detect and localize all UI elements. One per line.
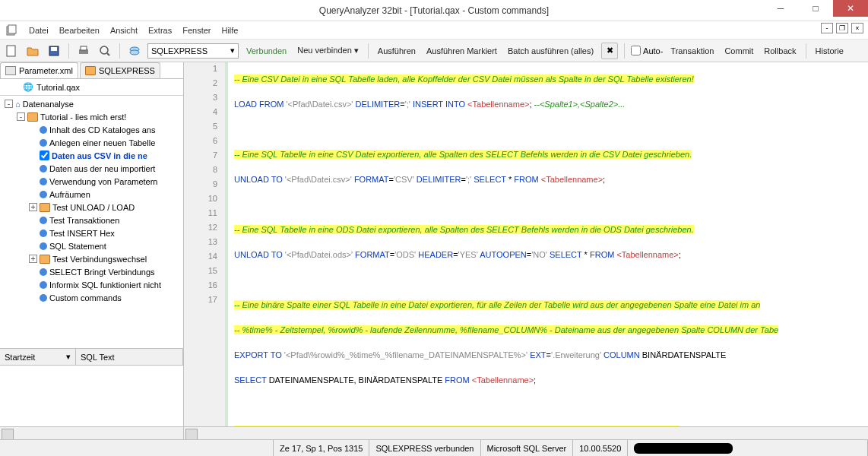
app-icon xyxy=(5,24,18,37)
tree-item[interactable]: SELECT Bringt Verbindungs xyxy=(49,268,155,277)
tree-checkbox[interactable] xyxy=(40,150,49,160)
title-bar: QueryAnalyzer 32bit - [Tutorial.qax - Cu… xyxy=(0,0,868,21)
svg-rect-6 xyxy=(81,46,87,50)
svg-point-7 xyxy=(100,46,108,54)
svg-line-8 xyxy=(107,53,109,55)
tree-item[interactable]: Test Transaktionen xyxy=(49,216,119,225)
bulb-icon xyxy=(40,165,47,173)
refresh-button[interactable] xyxy=(126,43,143,59)
auto-checkbox[interactable]: Auto- xyxy=(631,46,663,55)
collapse-icon[interactable]: - xyxy=(17,112,25,121)
file-bar: 🌐Tutorial.qax xyxy=(0,79,183,96)
history-panel: Startzeit▾ SQL Text xyxy=(0,348,183,439)
folder-icon xyxy=(27,112,38,122)
mdi-minimize[interactable]: - xyxy=(821,23,833,33)
redacted-info xyxy=(634,443,733,454)
minimize-button[interactable]: ─ xyxy=(763,0,798,17)
open-button[interactable] xyxy=(24,43,41,59)
toolbar: SQLEXPRESS▾ Verbunden Neu verbinden ▾ Au… xyxy=(0,40,868,62)
tree-item[interactable]: Test Verbindungswechsel xyxy=(52,255,147,264)
bulb-icon xyxy=(40,230,47,237)
chevron-down-icon: ▾ xyxy=(230,46,235,55)
status-pos: Ze 17, Sp 1, Pos 1315 xyxy=(274,440,369,456)
menu-bar: Datei Bearbeiten Ansicht Extras Fenster … xyxy=(0,21,868,40)
menu-bearbeiten[interactable]: Bearbeiten xyxy=(59,26,100,35)
tree[interactable]: -⌂Datenanalyse -Tutorial - lies mich ers… xyxy=(0,96,183,348)
bulb-icon xyxy=(40,139,47,147)
svg-rect-2 xyxy=(7,46,15,56)
save-button[interactable] xyxy=(46,43,62,59)
expand-icon[interactable]: + xyxy=(29,203,37,211)
tree-item[interactable]: Verwendung von Parametern xyxy=(49,177,157,186)
ausfuehren-markiert-button[interactable]: Ausführen Markiert xyxy=(423,46,500,55)
tree-item[interactable]: Test INSERT Hex xyxy=(49,229,115,238)
status-verbunden: Verbunden xyxy=(243,46,290,55)
tree-item[interactable]: Custom commands xyxy=(49,293,122,302)
bulb-icon xyxy=(40,178,47,185)
historie-button[interactable]: Historie xyxy=(813,46,847,55)
tree-root[interactable]: Datenanalyse xyxy=(23,100,74,109)
ausfuehren-button[interactable]: Ausführen xyxy=(375,46,419,55)
tree-item[interactable]: SQL Statement xyxy=(49,242,106,251)
maximize-button[interactable]: □ xyxy=(798,0,833,17)
status-version: 10.00.5520 xyxy=(573,440,628,456)
bulb-icon xyxy=(40,242,47,250)
code-area[interactable]: -- Eine CSV Datei in eine SQL Tabelle la… xyxy=(228,62,868,426)
sidebar: Parameter.xml SQLEXPRESS 🌐Tutorial.qax -… xyxy=(0,62,184,439)
bulb-icon xyxy=(40,268,47,276)
tree-item[interactable]: Informix SQL funktioniert nicht xyxy=(49,280,161,290)
folder-icon xyxy=(40,255,50,264)
menu-hilfe[interactable]: Hilfe xyxy=(221,26,238,35)
mdi-restore[interactable]: ❐ xyxy=(836,23,848,33)
tab-sqlexpress[interactable]: SQLEXPRESS xyxy=(80,62,160,78)
chevron-down-icon: ▾ xyxy=(66,352,71,362)
menu-extras[interactable]: Extras xyxy=(148,26,172,35)
mdi-close[interactable]: × xyxy=(851,23,863,33)
collapse-icon[interactable]: - xyxy=(5,100,13,108)
folder-icon xyxy=(40,203,50,212)
file-name: Tutorial.qax xyxy=(36,83,80,92)
print-button[interactable] xyxy=(75,43,92,59)
tree-item[interactable]: Inhalt des CD Kataloges ans xyxy=(49,125,155,135)
home-icon: ⌂ xyxy=(15,100,21,109)
bulb-icon xyxy=(40,191,47,198)
code-editor[interactable]: 1234567891011121314151617 -- Eine CSV Da… xyxy=(184,62,868,439)
neu-verbinden-button[interactable]: Neu verbinden ▾ xyxy=(294,46,362,55)
bulb-icon xyxy=(40,217,47,224)
tree-item-selected[interactable]: Daten aus CSV in die ne xyxy=(52,151,147,160)
batch-button[interactable]: Batch ausführen (alles) xyxy=(505,46,597,55)
svg-rect-1 xyxy=(8,25,16,33)
database-combo[interactable]: SQLEXPRESS▾ xyxy=(147,43,239,59)
tree-item[interactable]: Tutorial - lies mich erst! xyxy=(40,112,126,122)
bulb-icon xyxy=(40,294,47,302)
col-startzeit[interactable]: Startzeit▾ xyxy=(0,349,76,365)
new-button[interactable] xyxy=(3,43,20,59)
menu-fenster[interactable]: Fenster xyxy=(182,26,211,35)
tab-parameter[interactable]: Parameter.xml xyxy=(0,62,78,78)
tree-item[interactable]: Test UNLOAD / LOAD xyxy=(52,203,135,212)
tree-item[interactable]: Daten aus der neu importiert xyxy=(49,164,155,173)
status-bar: Ze 17, Sp 1, Pos 1315 SQLEXPRESS verbund… xyxy=(0,439,868,456)
editor-scrollbar-h[interactable] xyxy=(184,426,868,439)
bulb-icon xyxy=(40,281,47,289)
transaktion-button[interactable]: Transaktion xyxy=(667,46,717,55)
stop-button[interactable]: ✖ xyxy=(601,43,618,59)
close-button[interactable]: ✕ xyxy=(833,0,868,17)
file-icon: 🌐 xyxy=(23,82,33,92)
commit-button[interactable]: Commit xyxy=(721,46,756,55)
tree-item[interactable]: Anlegen einer neuen Tabelle xyxy=(49,138,155,147)
menu-ansicht[interactable]: Ansicht xyxy=(110,26,138,35)
preview-button[interactable] xyxy=(97,43,113,59)
scrollbar-h[interactable] xyxy=(0,426,183,439)
svg-point-10 xyxy=(130,50,139,55)
col-sqltext[interactable]: SQL Text xyxy=(76,349,183,365)
tree-item[interactable]: Aufräumen xyxy=(49,190,90,199)
database-value: SQLEXPRESS xyxy=(151,46,207,55)
expand-icon[interactable]: + xyxy=(29,255,37,263)
rollback-button[interactable]: Rollback xyxy=(761,46,799,55)
status-server: Microsoft SQL Server xyxy=(481,440,574,456)
svg-rect-4 xyxy=(51,47,57,51)
menu-datei[interactable]: Datei xyxy=(29,26,49,35)
status-conn: SQLEXPRESS verbunden xyxy=(369,440,480,456)
line-gutter: 1234567891011121314151617 xyxy=(184,62,228,426)
